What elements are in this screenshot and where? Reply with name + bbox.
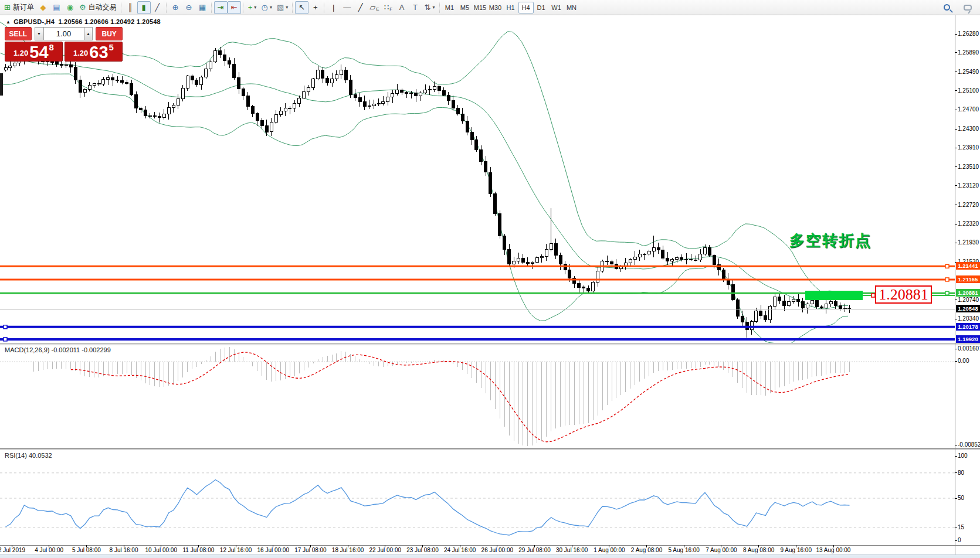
terminal-window: { "toolbar": { "groups": [ {"items": [ {… bbox=[0, 0, 980, 558]
new-order-button[interactable]: ⊞新订单 bbox=[2, 1, 36, 14]
line-handle[interactable] bbox=[945, 278, 949, 281]
date-tick-label: 5 Aug 16:00 bbox=[663, 547, 704, 553]
volume-up-button[interactable]: ▲ bbox=[84, 27, 93, 40]
chart-shift-button[interactable]: ⇤ bbox=[228, 1, 241, 14]
auto-scroll-button[interactable]: ⇥ bbox=[214, 1, 228, 14]
price-tick-label: 1.20340 bbox=[958, 315, 980, 322]
collapse-marker-icon[interactable]: ▲ bbox=[6, 19, 11, 25]
dropdown-caret-icon: ▾ bbox=[270, 5, 272, 10]
new-order-button-label: 新订单 bbox=[13, 2, 34, 12]
sell-button[interactable]: SELL bbox=[5, 27, 32, 40]
highlight-zone[interactable] bbox=[805, 291, 863, 300]
date-tick-label: 2 Aug 08:00 bbox=[626, 547, 667, 553]
date-tick-label: 4 Jul 00:00 bbox=[29, 547, 70, 553]
timeframe-w1[interactable]: W1 bbox=[549, 2, 564, 13]
rsi-scale-label: 100 bbox=[958, 452, 980, 459]
date-tick-label: 12 Jul 16:00 bbox=[215, 547, 256, 553]
line-handle[interactable] bbox=[945, 291, 949, 295]
date-tick-label: 9 Aug 16:00 bbox=[775, 547, 816, 553]
bar-chart-button[interactable]: ║ bbox=[124, 1, 137, 14]
level-price-label: 1.20881 bbox=[956, 289, 980, 297]
price-tick-label: 1.24300 bbox=[958, 125, 980, 132]
vertical-line-button[interactable]: | bbox=[327, 1, 340, 14]
crosshair-button[interactable]: + bbox=[308, 1, 322, 14]
line-handle[interactable] bbox=[945, 264, 949, 268]
tile-windows-button[interactable]: ▦ bbox=[196, 1, 209, 14]
line-handle[interactable] bbox=[4, 325, 7, 329]
date-tick-label: 7 Aug 00:00 bbox=[701, 547, 742, 553]
buy-price-display[interactable]: 1.20635 bbox=[65, 42, 123, 62]
zoom-in-button[interactable]: ⊕ bbox=[169, 1, 182, 14]
vertical-line-icon: | bbox=[333, 4, 334, 11]
timeframe-h1[interactable]: H1 bbox=[503, 2, 518, 13]
channel-button[interactable]: ▱E bbox=[367, 1, 381, 14]
timeframe-m15[interactable]: M15 bbox=[473, 2, 488, 13]
cursor-button[interactable]: ↖ bbox=[295, 1, 308, 14]
date-tick-label: 2 Jul 2019 bbox=[0, 547, 32, 553]
text-label-button[interactable]: T bbox=[409, 1, 422, 14]
turning-point-annotation[interactable]: 多空转折点 bbox=[789, 230, 872, 251]
timeframe-d1[interactable]: D1 bbox=[534, 2, 549, 13]
date-tick-label: 8 Jul 16:00 bbox=[103, 547, 144, 553]
timeframe-h4[interactable]: H4 bbox=[518, 2, 534, 13]
price-tick-label: 1.22320 bbox=[958, 220, 980, 227]
dropdown-caret-icon: ▾ bbox=[254, 5, 256, 10]
macd-scale-label: 0.00 bbox=[958, 358, 980, 364]
date-tick-label: 26 Jul 00:00 bbox=[477, 547, 518, 553]
buy-button[interactable]: BUY bbox=[96, 27, 123, 40]
text-button[interactable]: A bbox=[395, 1, 409, 14]
templates-button[interactable]: ▧▾ bbox=[274, 1, 290, 14]
one-click-trading-panel: SELL ▼ ▲ BUY 1.20548 1.20635 bbox=[5, 27, 123, 62]
arrows-button[interactable]: ⇅▾ bbox=[422, 1, 438, 14]
signals-icon: ◉ bbox=[67, 4, 73, 11]
indicators-button[interactable]: +▾ bbox=[246, 1, 259, 14]
text-label-icon: T bbox=[413, 4, 418, 11]
level-price-label: 1.20178 bbox=[956, 323, 980, 331]
date-tick-label: 17 Jul 08:00 bbox=[290, 547, 331, 553]
price-callout-box[interactable]: 1.20881 bbox=[875, 285, 932, 304]
rsi-label: RSI(14) 40.0532 bbox=[5, 452, 52, 459]
line-chart-button[interactable]: ╱ bbox=[151, 1, 164, 14]
trendline-button[interactable]: ╱ bbox=[354, 1, 367, 14]
timeframe-m30[interactable]: M30 bbox=[488, 2, 503, 13]
date-tick-label: 23 Jul 08:00 bbox=[402, 547, 443, 553]
periods-button[interactable]: ◷▾ bbox=[259, 1, 274, 14]
dropdown-caret-icon: ▾ bbox=[286, 5, 288, 10]
timeframe-m5[interactable]: M5 bbox=[457, 2, 473, 13]
horizontal-line-button[interactable]: — bbox=[340, 1, 354, 14]
price-tick-label: 1.21930 bbox=[958, 239, 980, 246]
candlestick-chart-button[interactable]: ▮ bbox=[137, 1, 151, 14]
rsi-pane bbox=[0, 473, 955, 535]
date-tick-label: 8 Aug 08:00 bbox=[738, 547, 779, 553]
autotrading-button-label: 自动交易 bbox=[89, 2, 117, 12]
search-icon bbox=[944, 4, 950, 11]
search-button[interactable] bbox=[940, 1, 954, 14]
rsi-scale-label: 15 bbox=[958, 524, 980, 530]
level-price-label: 1.21165 bbox=[956, 275, 980, 283]
date-tick-label: 1 Aug 00:00 bbox=[589, 547, 630, 553]
signals-button[interactable]: ◉ bbox=[63, 1, 77, 14]
zoom-out-button[interactable]: ⊖ bbox=[182, 1, 196, 14]
price-tick-label: 1.25490 bbox=[958, 69, 980, 75]
date-tick-label: 13 Aug 00:00 bbox=[813, 547, 854, 553]
fibonacci-button[interactable]: ∷F bbox=[382, 1, 395, 14]
equidistant-channel-icon-sub: E bbox=[376, 6, 379, 12]
volume-input[interactable] bbox=[44, 27, 84, 40]
sell-price-display[interactable]: 1.20548 bbox=[5, 42, 63, 62]
styler-button[interactable]: ◆ bbox=[36, 1, 50, 14]
terminal-button[interactable]: ▤ bbox=[50, 1, 63, 14]
autotrading-button[interactable]: ⚙自动交易 bbox=[77, 1, 119, 14]
toolbar: ⊞新订单◆▤◉⚙自动交易║▮╱⊕⊖▦⇥⇤+▾◷▾▧▾↖+|—╱▱E∷FAT⇅▾ … bbox=[0, 0, 980, 15]
macd-label: MACD(12,26,9) -0.002011 -0.002299 bbox=[5, 346, 111, 353]
price-tick-label: 1.25100 bbox=[958, 87, 980, 94]
date-tick-label: 24 Jul 16:00 bbox=[439, 547, 480, 553]
chart-title: ▲GBPUSD-,H4 1.20566 1.20606 1.20492 1.20… bbox=[6, 18, 161, 25]
dropdown-caret-icon: ▾ bbox=[432, 5, 435, 10]
timeframe-m1[interactable]: M1 bbox=[442, 2, 457, 13]
community-button[interactable] bbox=[961, 1, 974, 14]
panel-collapse-tab[interactable] bbox=[0, 73, 3, 96]
timeframe-mn[interactable]: MN bbox=[564, 2, 579, 13]
line-handle[interactable] bbox=[4, 338, 7, 341]
volume-down-button[interactable]: ▼ bbox=[35, 27, 44, 40]
indicators-icon: + bbox=[248, 4, 253, 11]
